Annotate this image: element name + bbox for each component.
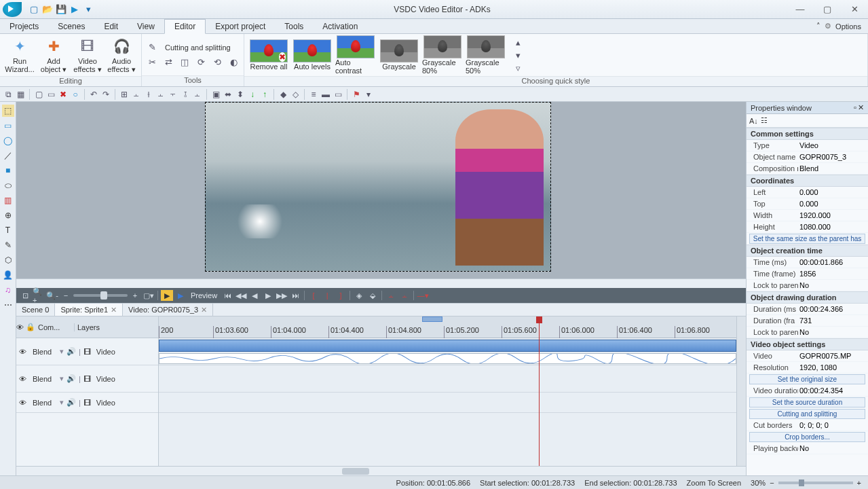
zoom-plus-icon[interactable]: + [129, 290, 141, 301]
timeline-tracks[interactable]: 200 01:03.600 01:04.000 01:04.400 01:04.… [159, 316, 736, 466]
split-icon[interactable]: | [321, 290, 333, 301]
undo-icon[interactable]: ↶ [88, 89, 99, 100]
track-header[interactable]: 👁 Blend▾ 🔊 | 🎞 Video [16, 393, 158, 413]
tool-icon[interactable]: ⬡ [2, 254, 14, 266]
tool-icon-3[interactable]: ◫ [178, 56, 191, 69]
track-header[interactable]: 👁 Blend▾ 🔊 | 🎞 Video [16, 365, 158, 393]
zoom-out-icon[interactable]: 🔍- [46, 290, 58, 301]
close-tab-icon[interactable]: ✕ [201, 306, 207, 314]
tab-edit[interactable]: Edit [94, 19, 128, 33]
style-grayscale[interactable]: Grayscale [379, 39, 419, 71]
same-size-button[interactable]: Set the same size as the parent has [749, 234, 865, 244]
categorize-icon[interactable]: ☷ [761, 116, 768, 125]
eye-icon[interactable]: 👁 [19, 348, 30, 356]
styles-scroll-down-icon[interactable]: ▾ [512, 49, 524, 61]
styles-scroll-up-icon[interactable]: ▴ [512, 36, 524, 48]
run-wizard-button[interactable]: ✦Run Wizard... [4, 35, 35, 75]
lock-icon[interactable]: 🔒 [26, 323, 35, 331]
playhead[interactable] [539, 316, 540, 466]
zoom-in-icon[interactable]: + [857, 479, 861, 487]
skip-start-icon[interactable]: ⏮ [221, 290, 233, 301]
qat-save-icon[interactable]: 💾 [56, 4, 67, 15]
timeline-vscroll[interactable] [736, 316, 746, 466]
tb-icon[interactable]: ⧉ [3, 89, 14, 100]
section-drawing[interactable]: Object drawing duration [747, 291, 868, 304]
eye-icon[interactable]: 👁 [19, 375, 30, 383]
tool-person-icon[interactable]: 👤 [2, 269, 14, 281]
tb-icon[interactable]: ⬍ [235, 89, 246, 100]
tab-tools[interactable]: Tools [275, 19, 313, 33]
timeline-track[interactable] [159, 338, 736, 365]
pin-icon[interactable]: ▫ [854, 103, 856, 112]
mark-in-icon[interactable]: [ [307, 290, 320, 301]
align-right-icon[interactable]: ⫠ [155, 89, 166, 100]
tb-icon[interactable]: ▦ [15, 89, 26, 100]
minimize-button[interactable]: — [787, 3, 814, 16]
close-tab-icon[interactable]: ✕ [111, 306, 117, 314]
tb-icon[interactable]: —▾ [417, 290, 429, 301]
source-duration-button[interactable]: Set the source duration [749, 397, 865, 408]
timeline-track[interactable] [159, 365, 736, 393]
align-bottom-icon[interactable]: ⫠ [192, 89, 203, 100]
align-left-icon[interactable]: ⫠ [131, 89, 142, 100]
section-creation[interactable]: Object creation time [747, 244, 868, 257]
audio-icon[interactable]: 🔊 [67, 347, 76, 356]
tab-view[interactable]: View [128, 19, 164, 33]
zoom-out-icon[interactable]: − [770, 479, 774, 487]
step-fwd-icon[interactable]: ▶ [262, 290, 274, 301]
tool-icon-2[interactable]: ⇄ [162, 56, 174, 69]
close-button[interactable]: ✕ [841, 3, 868, 16]
tool-music-icon[interactable]: ♫ [2, 284, 14, 296]
video-canvas[interactable] [205, 102, 551, 272]
tb-icon[interactable]: ◈ [353, 290, 365, 301]
tb-icon[interactable]: ▢ [33, 89, 44, 100]
brush-icon[interactable]: ✎ [146, 41, 158, 54]
timeline-ruler[interactable]: 200 01:03.600 01:04.000 01:04.400 01:04.… [159, 316, 736, 338]
style-remove-all[interactable]: Remove all [248, 39, 289, 71]
tb-icon[interactable]: ⬌ [223, 89, 233, 100]
tb-icon[interactable]: ⬙ [366, 290, 379, 301]
track-header[interactable]: 👁 Blend▾ 🔊 | 🎞 Video [16, 338, 158, 365]
tool-chart-icon[interactable]: ▥ [2, 194, 14, 206]
video-clip[interactable] [159, 340, 736, 352]
tool-icon-6[interactable]: ◐ [227, 56, 240, 69]
style-grayscale-80[interactable]: Grayscale 80% [422, 35, 463, 75]
audio-effects-button[interactable]: 🎧Audio effects ▾ [106, 35, 137, 75]
zoom-slider[interactable] [778, 482, 853, 484]
tb-icon[interactable]: ○ [70, 89, 81, 100]
tab-scenes[interactable]: Scenes [48, 19, 94, 33]
tool-icon-4[interactable]: ⟳ [195, 56, 207, 69]
next-frame-icon[interactable]: ▶▶ [276, 290, 288, 301]
prev-frame-icon[interactable]: ◀◀ [235, 290, 247, 301]
style-auto-levels[interactable]: Auto levels [292, 39, 333, 71]
add-object-button[interactable]: ✚Add object ▾ [38, 35, 69, 75]
tb-icon[interactable]: ≡ [308, 89, 319, 100]
tool-icon[interactable]: ⬭ [2, 179, 14, 192]
selection-region[interactable] [422, 316, 442, 322]
flag-icon[interactable]: ⚑ [351, 89, 362, 100]
arrow-up-icon[interactable]: ↑ [259, 89, 270, 100]
maximize-button[interactable]: ▢ [814, 3, 841, 16]
tb-icon[interactable]: ◇ [290, 89, 301, 100]
tb-icon[interactable]: ▣ [210, 89, 221, 100]
zoom-to-screen[interactable]: Zoom To Screen [687, 479, 742, 487]
tb-icon[interactable]: ▭ [333, 89, 343, 100]
tool-icon-1[interactable]: ✂ [146, 56, 158, 69]
section-video[interactable]: Video object settings [747, 338, 868, 350]
align-middle-icon[interactable]: ⫱ [180, 89, 191, 100]
redo-icon[interactable]: ↷ [100, 89, 111, 100]
style-auto-contrast[interactable]: Auto contrast [335, 35, 376, 75]
arrow-down-icon[interactable]: ↓ [247, 89, 258, 100]
tb-icon[interactable]: ⫠ [398, 290, 411, 301]
styles-expand-icon[interactable]: ▿ [512, 62, 524, 74]
qat-dropdown-icon[interactable]: ▾ [83, 4, 94, 15]
zoom-fit-icon[interactable]: ⊡ [19, 290, 31, 301]
tab-activation[interactable]: Activation [313, 19, 367, 33]
tool-pencil-icon[interactable]: ✎ [2, 239, 14, 251]
options-label[interactable]: Options [835, 22, 861, 31]
tb-icon[interactable]: ✖ [58, 89, 69, 100]
video-effects-button[interactable]: 🎞Video effects ▾ [72, 35, 103, 75]
collapse-ribbon-icon[interactable]: ˄ [816, 22, 820, 31]
zoom-in-icon[interactable]: 🔍+ [33, 290, 45, 301]
canvas-scrollbar[interactable] [16, 278, 746, 288]
